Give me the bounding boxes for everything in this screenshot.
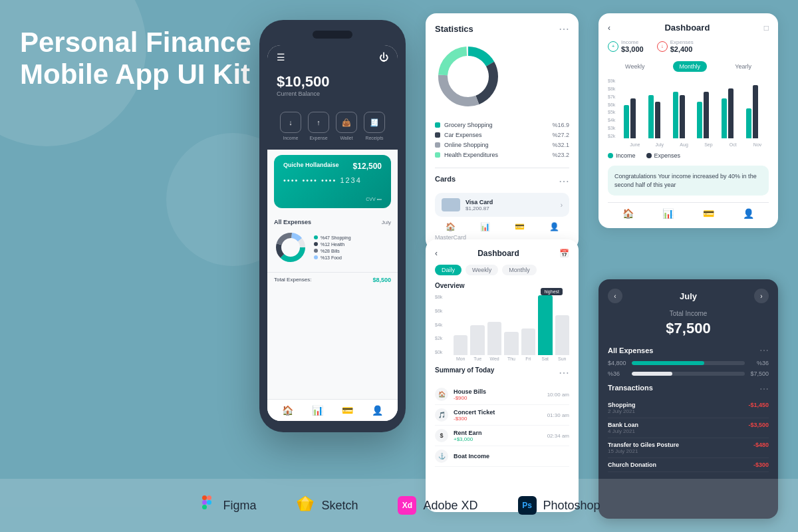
rt-bar-oct [722, 88, 744, 138]
legend-health: %12 Health [314, 242, 351, 247]
right-dashboard-panel: ‹ Dashboard □ + Income $3,000 ↓ Expenses… [598, 13, 778, 228]
summary-rent: $ Rent Earn +$3,000 02:34 am [435, 426, 569, 446]
rt-cal-icon[interactable]: □ [764, 23, 769, 33]
card-nav-tabs: 🏠 📊 💳 👤 [435, 222, 569, 231]
rt-promo-text: Congratulations Your income increased by… [614, 172, 762, 189]
phone-mockup: ☰ ⏻ $10,500 Current Balance ↓ Income ↑ E… [259, 20, 406, 432]
rt-tab-yearly[interactable]: Yearly [728, 61, 758, 72]
dashboard-back-icon[interactable]: ‹ [435, 249, 438, 258]
cards-title: Cards [435, 175, 456, 188]
bottom-toolbar: Figma Sketch Xd Adobe XD Ps Photo [0, 479, 798, 532]
trans-bank-loan: Bank Loan 4 July 2021 -$3,500 [608, 418, 769, 438]
sketch-tool: Sketch [296, 495, 358, 516]
expenses-header: All Expenses July [274, 219, 391, 225]
expenses-content: %47 Shopping %12 Health %28 Bills %13 Fo… [274, 231, 391, 264]
credit-card: Quiche Hollandaise $12,500 •••• •••• •••… [274, 155, 391, 208]
nav-home-icon[interactable]: 🏠 [282, 405, 293, 416]
tab-monthly[interactable]: Monthly [502, 265, 537, 275]
tab-daily[interactable]: Daily [435, 265, 462, 275]
balance-label: Current Balance [277, 90, 388, 97]
nav-chart-icon[interactable]: 📊 [312, 405, 323, 416]
card-tab-home[interactable]: 🏠 [446, 222, 456, 231]
rt-nav-home[interactable]: 🏠 [622, 208, 634, 219]
photoshop-tool: Ps Photoshop [518, 496, 600, 515]
rb-income-amount: $7,500 [608, 320, 769, 337]
statistics-donut-chart [435, 43, 501, 110]
dashboard-title: Dashboard [477, 249, 519, 258]
rt-back-icon[interactable]: ‹ [608, 23, 610, 33]
rt-income-stat: + Income $3,000 [608, 39, 644, 53]
rt-y-axis: $9k $8k $7k $6k $5k $4k $3k $2k [608, 78, 622, 138]
power-icon[interactable]: ⏻ [379, 52, 388, 63]
dashboard-calendar-icon[interactable]: 📅 [559, 249, 569, 258]
rt-tab-monthly[interactable]: Monthly [673, 61, 708, 72]
expenses-title: All Expenses [274, 219, 311, 225]
rent-icon: $ [435, 429, 448, 442]
rb-transactions-dots: ⋯ [759, 384, 769, 394]
rt-nav-user[interactable]: 👤 [743, 208, 754, 219]
svg-rect-12 [202, 500, 207, 505]
stat-car: Car Expenses %27.2 [435, 132, 569, 138]
rt-nav-chart[interactable]: 📊 [662, 208, 674, 219]
card-tab-credit[interactable]: 💳 [515, 222, 525, 231]
visa-card-info: Visa Card $1,200.87 [466, 199, 555, 211]
rt-nav-card[interactable]: 💳 [703, 208, 714, 219]
boat-info: Boat Income [454, 453, 569, 460]
visa-card-arrow: › [561, 201, 563, 209]
balance-section: $10,500 Current Balance [267, 69, 398, 106]
house-bills-info: House Bills -$900 [454, 388, 542, 401]
visa-card-item[interactable]: Visa Card $1,200.87 › [435, 193, 569, 217]
card-number: •••• •••• •••• 1234 [283, 176, 382, 184]
nav-card-icon[interactable]: 💳 [342, 405, 353, 416]
receipts-btn[interactable]: 🧾 Receipts [364, 112, 385, 140]
period-tabs: Daily Weekly Monthly [435, 265, 569, 275]
trans-church: Church Donation -$300 [608, 458, 769, 472]
card-tab-chart[interactable]: 📊 [480, 222, 490, 231]
rb-next-arrow[interactable]: › [754, 289, 769, 303]
rb-expenses-dots: ⋯ [759, 345, 769, 356]
concert-info: Concert Ticket -$300 [454, 409, 542, 422]
figma-label: Figma [223, 499, 256, 513]
phone-screen: ☰ ⏻ $10,500 Current Balance ↓ Income ↑ E… [267, 45, 398, 421]
tab-weekly[interactable]: Weekly [466, 265, 498, 275]
svg-rect-13 [202, 505, 207, 509]
overview-chart-container: $8k $6k $4k $2k $0k highest Mon Tue Wed [435, 295, 569, 361]
rb-prev-arrow[interactable]: ‹ [608, 289, 622, 303]
ps-logo-icon: Ps [518, 496, 537, 515]
rt-income-label: Income [621, 39, 644, 45]
adobe-xd-label: Adobe XD [423, 499, 477, 513]
bar-sat: Sat [538, 295, 552, 361]
cards-header: Cards ⋯ [435, 175, 569, 188]
nav-user-icon[interactable]: 👤 [372, 405, 383, 416]
rb-expenses-title: All Expenses [608, 346, 653, 354]
visa-card-amount: $1,200.87 [466, 205, 555, 211]
balance-amount: $10,500 [277, 73, 388, 90]
statistics-legend: Grocery Shopping %16.9 Car Expenses %27.… [435, 122, 569, 158]
legend-shopping: %47 Shopping [314, 235, 351, 240]
rt-promo-box: Congratulations Your income increased by… [608, 166, 769, 196]
phone-screen-header: ☰ ⏻ [267, 45, 398, 69]
expense-btn[interactable]: ↑ Expense [308, 112, 329, 140]
overview-bar-chart: Mon Tue Wed Thu Fri [454, 295, 569, 361]
statistics-panel: Statistics ⋯ Grocery Shopping %16.9 Car … [426, 13, 579, 250]
rb-transactions-title: Transactions [608, 384, 653, 394]
menu-icon[interactable]: ☰ [277, 52, 285, 63]
rt-expenses-label: Expenses [670, 39, 694, 45]
rb-month: July [680, 291, 697, 301]
stat-health: Health Expenditures %23.2 [435, 152, 569, 158]
house-icon: 🏠 [435, 388, 448, 401]
income-btn[interactable]: ↓ Income [280, 112, 301, 140]
card-tab-user[interactable]: 👤 [549, 222, 559, 231]
boat-icon: ⚓ [435, 450, 448, 463]
rt-tab-weekly[interactable]: Weekly [618, 61, 651, 72]
bar-tue: Tue [470, 325, 484, 361]
expenses-donut-chart [274, 231, 307, 264]
stat-online: Online Shopping %32.1 [435, 142, 569, 148]
rt-period-tabs: Weekly Monthly Yearly [608, 61, 769, 72]
visa-card-icon [442, 198, 460, 211]
rt-bar-aug [673, 92, 696, 138]
bar-wed: Wed [487, 322, 501, 361]
wallet-btn[interactable]: 👜 Wallet [336, 112, 357, 140]
expenses-date: July [382, 219, 391, 225]
rt-title: Dashboard [664, 23, 710, 33]
